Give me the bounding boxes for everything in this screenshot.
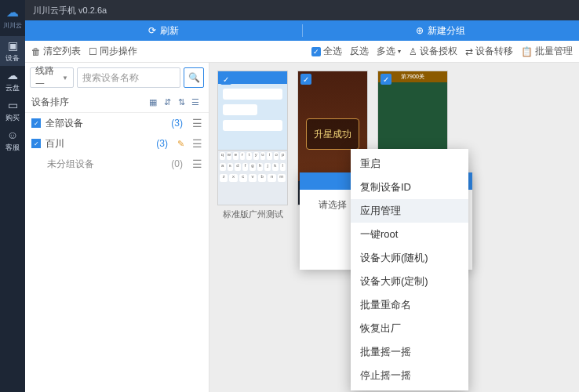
edit-icon[interactable]: ✎ [177,139,184,149]
grid-icon[interactable]: ▦ [146,96,160,110]
group-baichuan[interactable]: ✓百川(3)✎☰ [25,133,209,154]
context-menu: 重启 复制设备ID 应用管理 一键root 设备大师(随机) 设备大师(定制) … [351,149,468,390]
nav-cloud[interactable]: ☁云盘 [0,66,25,96]
support-icon: ☺ [7,129,18,141]
plus-icon: ⊕ [416,25,424,36]
trash-icon: 🗑 [31,46,41,57]
logo-icon: ☁ [6,5,19,20]
toolbar: ⟳刷新 ⊕新建分组 [25,20,579,41]
cart-icon: ▭ [8,99,18,111]
group-ungrouped[interactable]: 未分组设备(0)☰ [25,154,209,174]
list-icon: 📋 [521,46,533,57]
menu-root[interactable]: 一键root [351,223,468,246]
menu-stop-shake[interactable]: 停止摇一摇 [351,364,468,387]
menu-factory-reset[interactable]: 恢复出厂 [351,317,468,340]
batch-manage[interactable]: 📋批量管理 [521,45,573,58]
check-icon: ✓ [381,74,391,85]
device-transfer[interactable]: ⇄设备转移 [465,45,513,58]
search-icon: 🔍 [188,72,200,83]
logo-text: 川川云 [3,21,22,30]
filter-icon[interactable]: ☰ [188,96,202,110]
search-input[interactable]: 搜索设备名称 [77,67,180,88]
device-card[interactable]: ✓ qwertyuiopasdfghjklzxcvbnm 标准版广州测试 [217,71,288,220]
check-icon: ✓ [300,74,311,85]
nav-buy[interactable]: ▭购买 [0,96,25,125]
checkbox-icon[interactable]: ✓ [31,118,41,128]
sort-up-icon[interactable]: ⇵ [160,96,174,110]
device-auth[interactable]: ♙设备授权 [409,45,457,58]
checkbox-icon[interactable]: ✓ [31,139,41,148]
menu-master-random[interactable]: 设备大师(随机) [351,246,468,270]
window-title: 川川云手机 v0.2.6a [25,0,579,20]
refresh-icon: ⟳ [148,25,156,36]
menu-batch-rename[interactable]: 批量重命名 [351,293,468,317]
menu-restart[interactable]: 重启 [351,152,468,176]
sort-down-icon[interactable]: ⇅ [174,96,188,110]
sync-button[interactable]: ☐同步操作 [89,45,137,58]
clear-list-button[interactable]: 🗑清空列表 [31,45,81,58]
device-thumb[interactable]: ✓ qwertyuiopasdfghjklzxcvbnm [217,71,288,205]
menu-app-manage[interactable]: 应用管理 [351,199,468,223]
chevron-down-icon: ▾ [398,48,401,55]
menu-icon[interactable]: ☰ [192,118,202,129]
device-icon: ▣ [8,39,18,52]
multi-select[interactable]: 多选▾ [377,45,401,58]
left-navbar: ☁ 川川云 ▣设备 ☁云盘 ▭购买 ☺客服 [0,0,25,392]
device-grid: ✓ qwertyuiopasdfghjklzxcvbnm 标准版广州测试 ✓ 升… [209,63,579,392]
top-actions: 🗑清空列表 ☐同步操作 ✓全选 反选 多选▾ ♙设备授权 ⇄设备转移 📋批量管理 [25,41,579,63]
menu-copy-id[interactable]: 复制设备ID [351,176,468,199]
menu-icon[interactable]: ☰ [192,158,202,169]
transfer-icon: ⇄ [465,46,473,57]
nav-devices[interactable]: ▣设备 [0,36,25,66]
search-button[interactable]: 🔍 [184,67,204,88]
sidebar: 线路一▼ 搜索设备名称 🔍 设备排序 ▦ ⇵ ⇅ ☰ ✓全部设备(3)☰ ✓百川… [25,63,209,392]
route-select[interactable]: 线路一▼ [30,67,74,88]
menu-icon[interactable]: ☰ [192,138,202,149]
nav-support[interactable]: ☺客服 [0,125,25,155]
refresh-button[interactable]: ⟳刷新 [25,20,302,41]
newgroup-button[interactable]: ⊕新建分组 [303,20,580,41]
sync-icon: ☐ [89,46,97,57]
select-all[interactable]: ✓全选 [311,45,342,58]
device-caption: 标准版广州测试 [223,209,283,220]
check-icon: ✓ [220,74,231,85]
cloud-icon: ☁ [7,69,18,82]
check-icon: ✓ [311,47,321,56]
menu-batch-shake[interactable]: 批量摇一摇 [351,340,468,364]
menu-master-custom[interactable]: 设备大师(定制) [351,270,468,293]
group-all[interactable]: ✓全部设备(3)☰ [25,113,209,133]
chevron-down-icon: ▼ [62,74,68,82]
invert-select[interactable]: 反选 [350,45,369,58]
sort-header: 设备排序 ▦ ⇵ ⇅ ☰ [25,93,209,113]
user-icon: ♙ [409,46,417,57]
